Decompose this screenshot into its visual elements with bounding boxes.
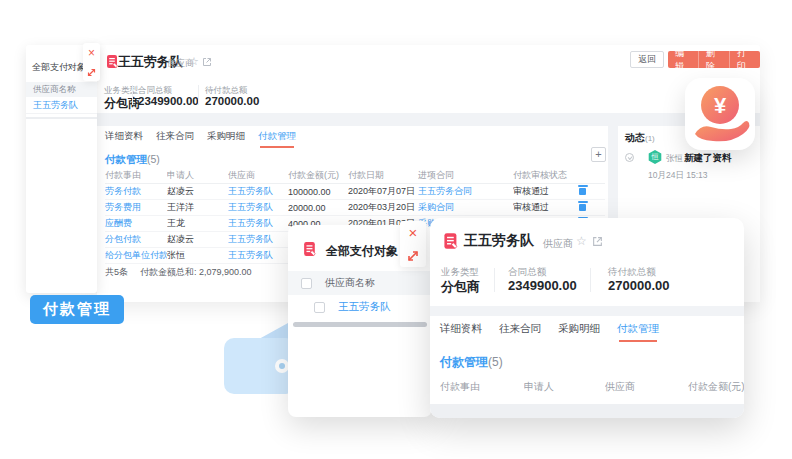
record-icon <box>442 232 460 250</box>
payment-table-header: 付款事由申请人供应商付款金额(元) <box>440 378 736 396</box>
column-header: 付款日期 <box>348 169 418 182</box>
table-cell: 王龙 <box>167 217 228 230</box>
activity-user: 张恒 <box>666 153 683 165</box>
stat-value: 270000.00 <box>205 95 259 107</box>
favorite-star-icon[interactable]: ☆ <box>576 234 587 248</box>
back-button[interactable]: 返回 <box>630 51 664 68</box>
tab-payment-management[interactable]: 付款管理 <box>617 322 659 342</box>
close-icon[interactable]: × <box>88 47 95 59</box>
tab-detail-info[interactable]: 详细资料 <box>440 322 482 342</box>
supplier-link[interactable]: 王五劳务队 <box>338 300 391 314</box>
column-header: 付款审核状态 <box>513 169 575 182</box>
share-icon[interactable] <box>592 236 603 247</box>
record-type-tag: 供应商 <box>543 237 573 251</box>
payees-list-panel: 全部支付对象 × 供应商名称 王五劳务队 <box>26 45 97 293</box>
column-header: 申请人 <box>167 169 228 182</box>
table-row-strip <box>430 404 744 418</box>
delete-icon[interactable] <box>579 188 586 195</box>
horizontal-scrollbar[interactable] <box>293 322 427 327</box>
expand-icon[interactable] <box>87 68 96 77</box>
edit-button[interactable]: 编辑 <box>668 51 699 68</box>
column-header: 付款金额(元) <box>688 380 744 394</box>
tab-contracts[interactable]: 往来合同 <box>499 322 541 342</box>
table-cell: 20000.00 <box>288 203 348 213</box>
yen-hand-icon: ¥ <box>685 78 755 150</box>
add-payment-button[interactable]: + <box>591 147 606 162</box>
section-title: 付款管理(5) <box>105 153 160 167</box>
select-all-checkbox[interactable] <box>301 278 312 289</box>
delete-button[interactable]: 删除 <box>699 51 730 68</box>
table-row: 劳务付款赵凌云王五劳务队100000.002020年07月07日王五劳务合同审核… <box>105 184 605 200</box>
column-header: 进项合同 <box>418 169 513 182</box>
cell-link[interactable]: 劳务付款 <box>105 185 167 198</box>
close-icon[interactable]: × <box>409 227 418 239</box>
table-cell: 100000.00 <box>288 187 348 197</box>
favorite-star-icon[interactable]: ☆ <box>189 55 199 68</box>
cell-link[interactable]: 王五劳务队 <box>228 217 288 230</box>
cell-link[interactable]: 王五劳务队 <box>228 185 288 198</box>
row-checkbox[interactable] <box>314 302 325 313</box>
activity-timestamp: 10月24日 15:13 <box>648 170 708 182</box>
column-header: 付款金额(元) <box>288 169 348 182</box>
share-icon[interactable] <box>202 57 212 67</box>
column-header: 付款事由 <box>440 380 524 394</box>
cell-link[interactable]: 分包付款 <box>105 233 167 246</box>
header-row: 付款事由申请人供应商付款金额(元) <box>440 378 736 396</box>
list-item[interactable]: 王五劳务队 <box>26 97 97 114</box>
divider <box>26 117 97 119</box>
detail-tabs: 详细资料 往来合同 采购明细 付款管理 <box>105 130 309 148</box>
tab-purchase-detail[interactable]: 采购明细 <box>207 130 245 148</box>
stat-value: 2349900.00 <box>138 95 199 107</box>
print-button[interactable]: 打印 <box>730 51 760 68</box>
svg-text:¥: ¥ <box>714 93 727 118</box>
tab-contracts[interactable]: 往来合同 <box>156 130 194 148</box>
payees-list-title[interactable]: 全部支付对象 <box>326 243 398 260</box>
expand-icon[interactable] <box>407 250 419 262</box>
app-canvas: 王五劳务队 供应商 ☆ 返回 编辑 删除 打印 业务类型 分包商 合同总额 23… <box>0 0 792 459</box>
column-header: 供应商名称 <box>26 82 97 97</box>
stat-value: 2349900.00 <box>508 278 577 293</box>
supplier-detail-overlay: 王五劳务队 供应商 ☆ 业务类型 分包商 合同总额 2349900.00 待付款… <box>430 218 744 418</box>
payees-list-title[interactable]: 全部支付对象 <box>32 61 86 74</box>
stat-value: 分包商 <box>104 95 140 112</box>
section-divider <box>97 113 760 126</box>
column-header: 申请人 <box>524 380 605 394</box>
cell-link[interactable]: 王五劳务队 <box>228 249 288 262</box>
cell-link[interactable]: 王五劳务合同 <box>418 185 513 198</box>
column-header-row: 供应商名称 <box>288 271 432 295</box>
stat-value: 分包商 <box>441 278 480 296</box>
tab-detail-info[interactable]: 详细资料 <box>105 130 143 148</box>
activity-action: 新建了资料 <box>684 152 732 165</box>
table-cell: 审核通过 <box>513 185 575 198</box>
section-title: 付款管理(5) <box>440 354 503 371</box>
table-row: 劳务费用王洋洋王五劳务队20000.002020年03月20日采购合同审核通过 <box>105 200 605 216</box>
tab-purchase-detail[interactable]: 采购明细 <box>558 322 600 342</box>
list-item-row: 王五劳务队 <box>288 295 432 319</box>
cell-link[interactable]: 应酬费 <box>105 217 167 230</box>
panel-controls: × <box>83 43 100 81</box>
delete-icon[interactable] <box>579 204 586 211</box>
cell-link[interactable]: 采购合同 <box>418 201 513 214</box>
feature-tag-payment-management: 付款管理 <box>30 295 124 324</box>
table-cell: 赵凌云 <box>167 185 228 198</box>
tab-payment-management[interactable]: 付款管理 <box>258 130 296 148</box>
section-divider <box>430 306 744 316</box>
panel-controls: × <box>400 221 426 267</box>
record-icon <box>302 241 318 257</box>
table-cell: 王洋洋 <box>167 201 228 214</box>
header-row: 付款事由申请人供应商付款金额(元)付款日期进项合同付款审核状态 <box>105 168 605 184</box>
avatar: 恒 <box>648 150 662 164</box>
column-header: 供应商 <box>228 169 288 182</box>
column-header: 供应商 <box>605 380 688 394</box>
payees-list-overlay: 全部支付对象 × 供应商名称 王五劳务队 <box>288 225 432 417</box>
column-header: 付款事由 <box>105 169 167 182</box>
cell-link[interactable]: 劳务费用 <box>105 201 167 214</box>
payment-app-icon-card: ¥ <box>685 78 755 150</box>
cell-link[interactable]: 王五劳务队 <box>228 233 288 246</box>
cell-link[interactable]: 王五劳务队 <box>228 201 288 214</box>
column-header: 供应商名称 <box>325 276 375 290</box>
table-cell: 张恒 <box>167 249 228 262</box>
cell-link[interactable]: 给分包单位付款 <box>105 249 167 262</box>
stat-value: 270000.00 <box>608 278 669 293</box>
table-summary: 共5条付款金额总和: 2,079,900.00 <box>105 266 252 279</box>
